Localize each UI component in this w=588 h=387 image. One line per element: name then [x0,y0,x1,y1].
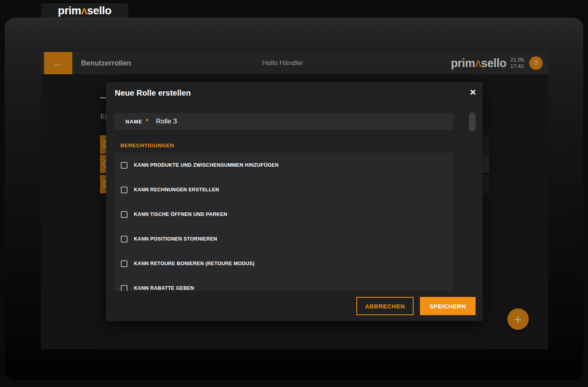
permission-row[interactable]: KANN PRODUKTE UND ZWISCHENSUMMEN HINZUFÜ… [114,153,453,177]
permission-row[interactable]: KANN POSITIONEN STORNIEREN [114,227,453,251]
permissions-heading: BERECHTIGUNGEN [120,142,174,148]
screen: primΛsello ← Benutzerrollen Hallo Händle… [0,0,588,387]
permissions-list: KANN PRODUKTE UND ZWISCHENSUMMEN HINZUFÜ… [114,153,453,291]
role-name-input[interactable] [156,117,395,125]
permission-label: KANN TISCHE ÖFFNEN UND PARKEN [134,212,227,217]
permission-checkbox[interactable] [121,285,128,291]
cancel-button[interactable]: ABBRECHEN [356,297,414,315]
dialog-footer: ABBRECHEN SPEICHERN [106,291,483,321]
logo-caret-icon: Λ [81,6,87,16]
permission-row[interactable]: KANN RABATTE GEBEN [114,276,453,291]
dialog-title: Neue Rolle erstellen [115,89,191,98]
required-asterisk: * [146,118,148,125]
permission-checkbox[interactable] [121,260,128,267]
logo-tab[interactable]: primΛsello [41,3,128,18]
permission-label: KANN RECHNUNGEN ERSTELLEN [134,187,219,193]
name-field-row[interactable]: NAME * [114,113,453,130]
permission-checkbox[interactable] [121,211,128,218]
permission-label: KANN RABATTE GEBEN [134,285,194,291]
create-role-dialog: Neue Rolle erstellen × NAME * BERECHTIGU… [106,82,483,321]
modal-scrollbar-thumb[interactable] [469,112,476,131]
name-field-label: NAME [126,119,142,125]
permission-row[interactable]: KANN RETOURE BONIEREN (RETOURE MODUS) [114,251,453,276]
primasello-logo: primΛsello [58,4,112,17]
close-icon: × [470,86,476,98]
permission-label: KANN PRODUKTE UND ZWISCHENSUMMEN HINZUFÜ… [134,162,279,168]
permission-row[interactable]: KANN TISCHE ÖFFNEN UND PARKEN [114,202,453,227]
close-button[interactable]: × [470,87,476,97]
permission-label: KANN RETOURE BONIEREN (RETOURE MODUS) [134,261,255,266]
save-button[interactable]: SPEICHERN [420,297,476,315]
permission-checkbox[interactable] [121,187,128,193]
permission-row[interactable]: KANN RECHNUNGEN ERSTELLEN [114,177,453,202]
permission-label: KANN POSITIONEN STORNIEREN [134,236,217,242]
permission-checkbox[interactable] [121,162,128,169]
permission-checkbox[interactable] [121,236,128,243]
